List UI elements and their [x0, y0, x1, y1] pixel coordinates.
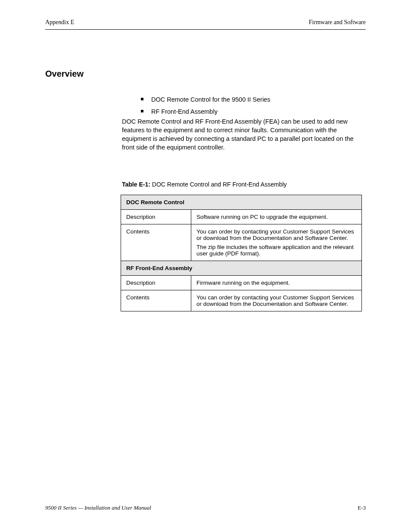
table-row: Description Software running on PC to up… [121, 210, 362, 224]
cell-line: The zip file includes the software appli… [196, 244, 357, 257]
table-row-label: Contents [121, 224, 191, 261]
table-row-value: You can order by contacting your Custome… [191, 224, 362, 261]
running-header-left: Appendix E [45, 19, 74, 26]
page: Appendix E Firmware and Software Overvie… [0, 0, 411, 532]
table-group-header-row: DOC Remote Control [121, 195, 362, 210]
bullet-item: RF Front-End Assembly [139, 106, 378, 117]
table-row-label: Contents [121, 290, 191, 311]
bullet-list: DOC Remote Control for the 9500 II Serie… [122, 94, 378, 118]
software-table: DOC Remote Control Description Software … [121, 195, 362, 311]
page-number: E-3 [358, 504, 366, 511]
table-row-value: Software running on PC to upgrade the eq… [191, 210, 362, 224]
table-row-label: Description [121, 210, 191, 224]
cell-line: You can order by contacting your Custome… [196, 228, 357, 241]
table-caption: Table E-1: DOC Remote Control and RF Fro… [122, 181, 287, 188]
table-row-value: Firmware running on the equipment. [191, 276, 362, 290]
footer-note: 9500 II Series — Installation and User M… [45, 504, 151, 511]
table-row-label: Description [121, 276, 191, 290]
header-rule [45, 29, 366, 30]
table-group-header-row: RF Front-End Assembly [121, 261, 362, 276]
table-row: Contents You can order by contacting you… [121, 290, 362, 311]
table-caption-number: Table E-1: [122, 181, 152, 188]
table-group-header: RF Front-End Assembly [121, 261, 362, 276]
bullet-item: DOC Remote Control for the 9500 II Serie… [139, 94, 378, 105]
table-group-header: DOC Remote Control [121, 195, 362, 210]
table-row: Description Firmware running on the equi… [121, 276, 362, 290]
table-row-value: You can order by contacting your Custome… [191, 290, 362, 311]
intro-paragraph: DOC Remote Control and RF Front-End Asse… [122, 117, 365, 152]
section-heading: Overview [45, 69, 84, 79]
table-caption-text: DOC Remote Control and RF Front-End Asse… [152, 181, 287, 188]
cell-line: You can order by contacting your Custome… [196, 294, 357, 307]
table-row: Contents You can order by contacting you… [121, 224, 362, 261]
running-header-right: Firmware and Software [309, 19, 366, 26]
